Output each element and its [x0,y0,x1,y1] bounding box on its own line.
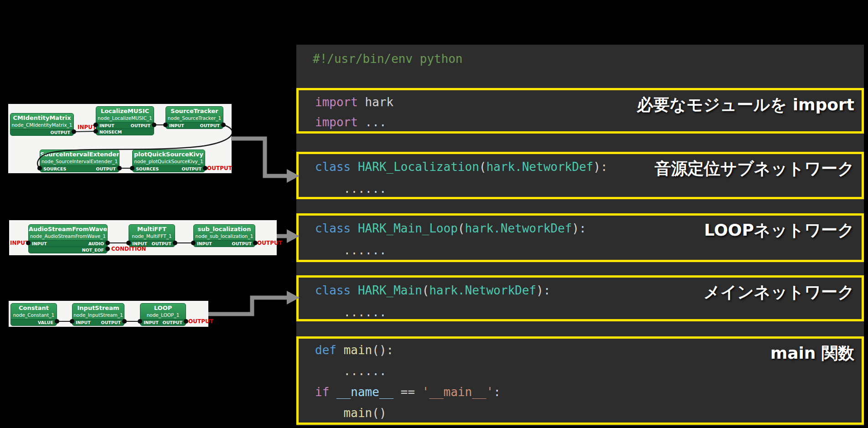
node-localizemusic: LocalizeMUSIC node_LocalizeMUSIC_1 INPUT… [96,106,154,135]
module-name: hark [358,95,393,109]
port-row: NOT_EOF [29,247,107,253]
paren-colon: ): [572,222,586,235]
paren-colon: ): [536,284,550,297]
node-cmidentitymatrix: CMIdentityMatrix node_CMIdentityMatrix_1… [10,113,74,136]
call-parens: () [372,406,386,420]
class-keyword: class [315,284,358,297]
slide-canvas: #!/usr/bin/env python import hark import… [0,0,868,428]
external-output-label: OUTPUT [188,318,213,325]
node-constant: Constant node_Constant_1 VALUE [10,303,57,326]
signature: (): [372,343,393,357]
port-row: INPUTOUTPUT [140,319,186,325]
node-title: LOOP [140,304,186,312]
node-title: CMIdentityMatrix [10,113,73,122]
highlight-box-main-function: def main(): ...... if __name__ == '__mai… [296,336,864,425]
node-title: sub_localization [194,225,255,233]
external-output-label: OUTPUT [257,240,282,246]
highlight-box-import: import hark import ... 必要なモジュールを import [296,88,864,134]
node-instance-name: node_MultiFFT_1 [129,233,175,240]
annotation-localization: 音源定位サブネットワーク [655,158,854,180]
port-row: NOISECM [96,129,154,135]
import-keyword: import [315,115,358,129]
node-instance-name: node_AudioStreamFromWave_1 [29,233,107,240]
port-sources: SOURCES [136,166,159,172]
paren: ( [479,160,486,174]
network-diagram-localization: CMIdentityMatrix node_CMIdentityMatrix_1… [8,104,232,173]
port-row: INPUTOUTPUT [194,240,255,247]
node-instance-name: node_Constant_1 [11,312,57,319]
node-title: LocalizeMUSIC [96,107,154,115]
port-row: INPUTAUDIO [29,240,107,247]
network-diagram-loop: AudioStreamFromWave node_AudioStreamFrom… [9,220,277,255]
network-diagram-main: Constant node_Constant_1 VALUE InputStre… [9,301,208,327]
port-row: OUTPUT [10,129,73,135]
class-name: HARK_Main [358,284,422,297]
port-input: INPUT [76,320,91,325]
colon: : [493,385,501,399]
port-row: INPUTOUTPUT [96,122,154,129]
port-sources: SOURCES [43,166,66,172]
node-instance-name: node_plotQuickSourceKivy_1 [133,159,205,165]
code-line-main-call: main() [315,402,854,423]
node-title: SourceIntervalExtender [40,150,119,159]
port-input: INPUT [144,320,159,325]
annotation-loop-network: LOOPネットワーク [704,219,854,242]
arrow-localization [231,139,288,176]
port-output: OUTPUT [51,129,70,135]
port-noisecm: NOISECM [99,129,122,135]
port-row: VALUE [11,319,57,325]
node-instance-name: node_InputStream_1 [72,312,124,319]
function-name: main [344,343,372,357]
node-title: AudioStreamFromWave [29,225,107,233]
port-input: INPUT [32,241,47,247]
function-name: main [344,406,372,420]
port-output: OUTPUT [96,166,116,172]
equality-operator: == [393,385,422,399]
class-keyword: class [315,222,358,235]
if-keyword: if [315,385,336,399]
external-condition-label: CONDITION [111,246,146,252]
node-plotquicksourcekivy: plotQuickSourceKivy node_plotQuickSource… [132,150,205,172]
node-sourceintervalextender: SourceIntervalExtender node_SourceInterv… [40,150,119,172]
port-output: OUTPUT [131,123,150,129]
import-keyword: import [315,95,358,109]
node-sourcetracker: SourceTracker node_SourceTracker_1 INPUT… [165,106,223,129]
node-title: plotQuickSourceKivy [133,150,205,159]
node-title: SourceTracker [166,107,223,115]
node-audiostreamfromwave: AudioStreamFromWave node_AudioStreamFrom… [28,224,108,253]
external-input-label: INPUT [78,124,96,130]
node-title: InputStream [72,304,124,312]
code-line-dots: ...... [315,239,854,261]
class-name: HARK_Main_Loop [358,222,458,235]
annotation-import: 必要なモジュールを import [637,94,854,116]
port-output: OUTPUT [163,320,182,325]
port-not-eof: NOT_EOF [82,247,104,253]
node-instance-name: node_sub_localization_1 [194,233,255,240]
external-output-label: OUTPUT [207,165,232,171]
node-sub-localization: sub_localization node_sub_localization_1… [193,224,255,247]
port-input: INPUT [99,123,114,129]
class-name: HARK_Localization [358,160,479,174]
paren-colon: ): [594,160,608,174]
annotation-main-function: main 関数 [770,342,854,365]
highlight-box-main-class: class HARK_Main(hark.NetworkDef): ......… [296,275,864,321]
node-instance-name: node_LOOP_1 [140,312,186,319]
code-line-if-name: if __name__ == '__main__': [315,382,854,402]
port-row: INPUTOUTPUT [72,319,124,325]
external-input-label: INPUT [10,240,29,246]
node-title: Constant [11,304,57,312]
arrow-main [208,298,288,314]
highlight-box-localization-class: class HARK_Localization(hark.NetworkDef)… [296,152,864,199]
node-inputstream: InputStream node_InputStream_1 INPUTOUTP… [72,303,124,326]
class-keyword: class [315,160,358,174]
highlight-box-loop-class: class HARK_Main_Loop(hark.NetworkDef): .… [296,213,864,262]
port-row: SOURCESOUTPUT [133,165,205,172]
ellipsis: ... [358,115,387,129]
name-variable: __name__ [336,385,393,399]
node-instance-name: node_SourceIntervalExtender_1 [40,159,119,165]
port-value: VALUE [38,320,53,325]
node-multifft: MultiFFT node_MultiFFT_1 INPUTOUTPUT [129,224,175,247]
shebang-line: #!/usr/bin/env python [313,52,463,66]
port-output: OUTPUT [200,123,220,129]
port-row: SOURCESOUTPUT [40,165,119,172]
